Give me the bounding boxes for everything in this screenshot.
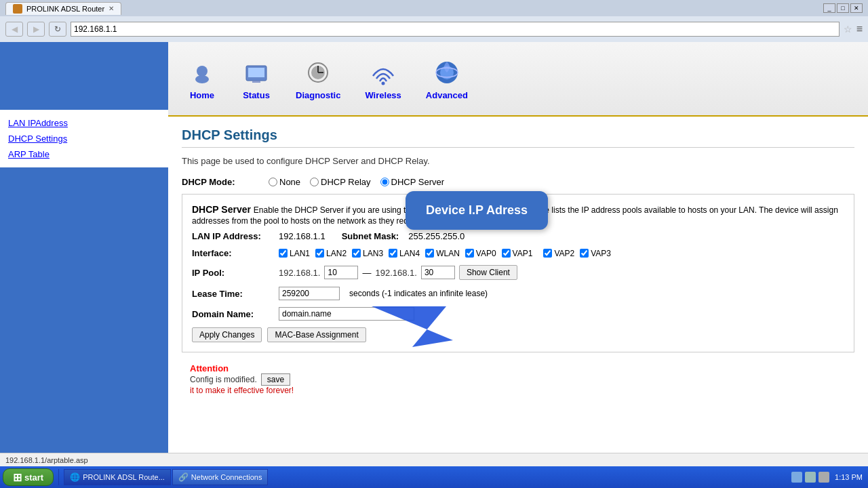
- iface-lan1-label[interactable]: LAN1: [279, 249, 310, 258]
- ip-pool-start-input[interactable]: [324, 266, 358, 279]
- iface-lan3-checkbox[interactable]: [352, 249, 361, 258]
- nav-status[interactable]: Status: [229, 42, 283, 115]
- browser-menu-icon[interactable]: ≡: [856, 23, 863, 35]
- home-icon: [187, 58, 217, 87]
- back-button[interactable]: ◀: [5, 22, 23, 37]
- attention-line1: Config is modified. save: [190, 373, 846, 386]
- lan-ip-value: 192.168.1.1: [279, 231, 326, 241]
- interface-row-container: Interface: LAN1 LAN2 LAN3 LAN4 WLAN VAP0…: [192, 248, 844, 258]
- attention-box: Attention Config is modified. save it to…: [182, 359, 854, 399]
- lease-time-row: Lease Time: seconds (-1 indicates an inf…: [192, 287, 844, 300]
- nav-home[interactable]: Home: [175, 42, 229, 115]
- nav-advanced[interactable]: Advanced: [414, 42, 480, 115]
- taskbar-time: 1:13 PM: [835, 473, 863, 481]
- taskbar-item-prolink-icon: 🌐: [70, 472, 80, 482]
- status-icon: [241, 58, 271, 87]
- svg-rect-4: [252, 81, 260, 83]
- sidebar-item-dhcp-settings[interactable]: DHCP Settings: [0, 131, 168, 146]
- dhcp-mode-server-label[interactable]: DHCP Server: [380, 177, 445, 187]
- iface-vap2-label[interactable]: VAP2: [543, 249, 574, 258]
- subnet-mask-label: Subnet Mask:: [342, 231, 399, 241]
- ip-pool-end-input[interactable]: [421, 266, 455, 279]
- nav-status-label: Status: [243, 90, 270, 100]
- domain-name-row: Domain Name:: [192, 307, 844, 321]
- sidebar-item-arp-table[interactable]: ARP Table: [0, 146, 168, 162]
- browser-toolbar: ◀ ▶ ↻ ☆ ≡: [0, 16, 868, 42]
- bookmark-icon[interactable]: ☆: [844, 24, 852, 35]
- iface-lan2-checkbox[interactable]: [315, 249, 324, 258]
- dhcp-mode-relay-radio[interactable]: [310, 178, 319, 186]
- sidebar-item-lan-ipaddress[interactable]: LAN IPAddress: [0, 115, 168, 131]
- iface-vap1-checkbox[interactable]: [502, 249, 511, 258]
- iface-lan1-checkbox[interactable]: [279, 249, 288, 258]
- taskbar-item-network[interactable]: 🔗 Network Connections: [172, 469, 269, 485]
- ip-pool-separator: —: [362, 268, 371, 278]
- address-bar[interactable]: [71, 22, 840, 37]
- page-description: This page be used to configure DHCP Serv…: [182, 156, 854, 166]
- main-layout: LAN IPAddress DHCP Settings ARP Table Ho…: [0, 42, 868, 466]
- ip-prefix-end: 192.168.1.: [375, 268, 416, 278]
- nav-wireless[interactable]: Wireless: [353, 42, 413, 115]
- apply-changes-button[interactable]: Apply Changes: [192, 327, 262, 342]
- dhcp-mode-radio-group: None DHCP Relay DHCP Server: [269, 177, 444, 187]
- iface-lan2-label[interactable]: LAN2: [315, 249, 347, 258]
- minimize-button[interactable]: _: [823, 3, 835, 13]
- advanced-icon: [432, 58, 462, 87]
- attention-title: Attention: [190, 363, 846, 373]
- close-button[interactable]: ✕: [850, 3, 863, 13]
- refresh-button[interactable]: ↻: [49, 22, 66, 37]
- taskbar-item-prolink-label: PROLINK ADSL Route...: [83, 473, 165, 481]
- iface-wlan-label[interactable]: WLAN: [425, 249, 460, 258]
- sidebar-nav: LAN IPAddress DHCP Settings ARP Table: [0, 110, 168, 167]
- status-bar: 192.168.1.1/arptable.asp: [0, 453, 868, 466]
- iface-vap0-checkbox[interactable]: [465, 249, 474, 258]
- action-buttons-row: Apply Changes MAC-Base Assignment: [192, 327, 844, 342]
- iface-vap3-checkbox[interactable]: [580, 249, 589, 258]
- tray-volume-icon: [805, 472, 816, 483]
- iface-lan3-label[interactable]: LAN3: [352, 249, 383, 258]
- domain-name-input[interactable]: [279, 307, 414, 321]
- nav-home-label: Home: [190, 90, 214, 100]
- dhcp-mode-relay-label[interactable]: DHCP Relay: [310, 177, 370, 187]
- nav-diagnostic-label: Diagnostic: [296, 90, 340, 100]
- lease-time-input[interactable]: [279, 287, 340, 300]
- taskbar-items: 🌐 PROLINK ADSL Route... 🔗 Network Connec…: [64, 469, 268, 485]
- content-area: Home Status: [168, 42, 868, 466]
- browser-chrome: PROLINK ADSL Router ✕ _ □ ✕ ◀ ▶ ↻ ☆ ≡: [0, 0, 868, 42]
- dhcp-mode-none-radio[interactable]: [269, 178, 277, 186]
- mac-assignment-button[interactable]: MAC-Base Assignment: [267, 327, 366, 342]
- browser-tab[interactable]: PROLINK ADSL Router ✕: [5, 2, 121, 15]
- sidebar-logo-area: [0, 42, 168, 110]
- iface-vap3-label[interactable]: VAP3: [580, 249, 611, 258]
- iface-vap2-checkbox[interactable]: [543, 249, 552, 258]
- maximize-button[interactable]: □: [837, 3, 849, 13]
- forward-button[interactable]: ▶: [27, 22, 45, 37]
- taskbar-divider: [58, 469, 59, 485]
- lease-time-note: seconds (-1 indicates an infinite lease): [349, 289, 488, 298]
- show-client-button[interactable]: Show Client: [459, 265, 517, 280]
- iface-wlan-checkbox[interactable]: [425, 249, 434, 258]
- iface-vap0-label[interactable]: VAP0: [465, 249, 496, 258]
- iface-lan4-checkbox[interactable]: [389, 249, 397, 258]
- iface-lan4-label[interactable]: LAN4: [389, 249, 420, 258]
- tab-favicon: [13, 4, 22, 14]
- tab-close-button[interactable]: ✕: [108, 5, 114, 12]
- dhcp-mode-none-text: None: [279, 177, 300, 187]
- start-button[interactable]: ⊞ start: [3, 468, 54, 486]
- taskbar-item-network-label: Network Connections: [191, 473, 262, 481]
- attention-line2: it to make it effective forever!: [190, 386, 846, 395]
- wireless-icon: [368, 58, 398, 87]
- status-url: 192.168.1.1/arptable.asp: [5, 456, 88, 464]
- dhcp-mode-none-label[interactable]: None: [269, 177, 300, 187]
- ip-prefix-start: 192.168.1.: [279, 268, 320, 278]
- save-button[interactable]: save: [261, 373, 290, 386]
- taskbar-item-prolink[interactable]: 🌐 PROLINK ADSL Route...: [64, 469, 171, 485]
- tooltip-bubble: Device I.P Adress: [406, 191, 548, 230]
- iface-vap1-label[interactable]: VAP1: [502, 249, 533, 258]
- dhcp-mode-server-radio[interactable]: [380, 178, 389, 186]
- nav-wireless-label: Wireless: [365, 90, 401, 100]
- diagnostic-icon: [303, 58, 333, 87]
- lan-ip-row: LAN IP Address: 192.168.1.1 Subnet Mask:…: [192, 231, 844, 241]
- interface-checkboxes: LAN1 LAN2 LAN3 LAN4 WLAN VAP0 VAP1 VAP2 …: [279, 248, 611, 258]
- nav-diagnostic[interactable]: Diagnostic: [283, 42, 353, 115]
